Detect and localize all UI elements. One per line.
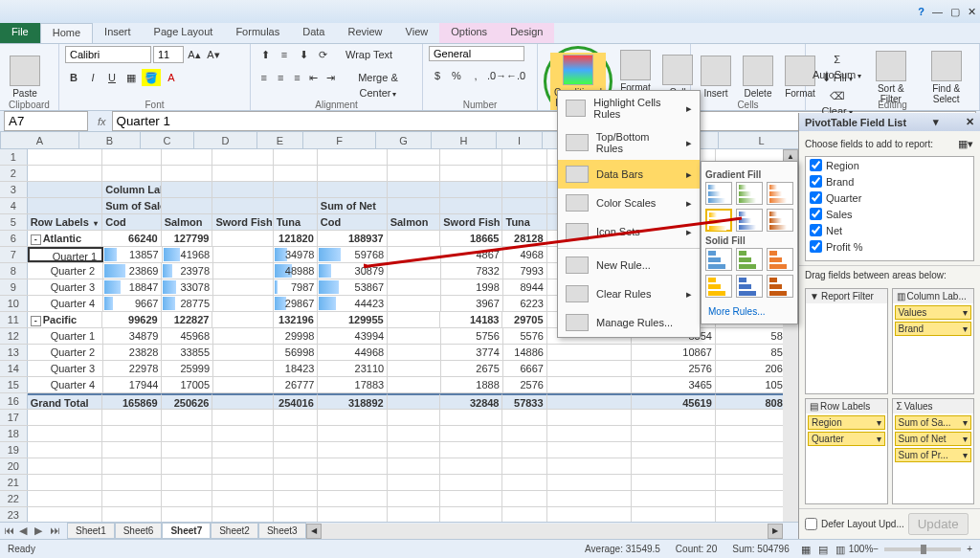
scroll-right-button[interactable]: ▶: [768, 524, 783, 539]
cell[interactable]: [28, 149, 103, 165]
cell[interactable]: [28, 182, 103, 197]
merge-center-button[interactable]: Merge & Center: [340, 69, 416, 86]
cell[interactable]: [502, 166, 546, 181]
cell[interactable]: 28128: [502, 231, 546, 246]
row-header[interactable]: 12: [0, 328, 28, 344]
cell[interactable]: [388, 345, 441, 360]
font-color-button[interactable]: A: [163, 69, 180, 86]
cell[interactable]: 4968: [503, 247, 547, 262]
row-header[interactable]: 6: [0, 231, 28, 246]
cell[interactable]: [502, 458, 546, 474]
cell[interactable]: [502, 442, 546, 458]
cell[interactable]: [388, 149, 441, 165]
insert-cells-button[interactable]: Insert: [697, 54, 735, 100]
cell[interactable]: [212, 410, 273, 425]
cell[interactable]: [388, 166, 441, 181]
cell[interactable]: 129955: [318, 312, 388, 327]
row-header[interactable]: 22: [0, 491, 28, 506]
cf-menu-item[interactable]: Data Bars▸: [558, 160, 700, 189]
cell[interactable]: [547, 393, 632, 409]
cell[interactable]: [102, 458, 161, 474]
sheet-nav-last[interactable]: ⏭: [50, 525, 63, 538]
cell[interactable]: [212, 182, 273, 197]
sheet-nav-prev[interactable]: ◀: [19, 525, 33, 538]
field-list-layout-button[interactable]: ▦▾: [957, 135, 974, 152]
cell[interactable]: Quarter 4: [28, 377, 103, 392]
cell[interactable]: 14183: [440, 312, 502, 327]
cell[interactable]: [502, 426, 546, 441]
cell[interactable]: 7993: [503, 263, 547, 279]
row-header[interactable]: 13: [0, 345, 28, 360]
cell[interactable]: 23828: [103, 345, 162, 360]
cell[interactable]: [388, 475, 441, 490]
field-list-field[interactable]: Brand: [806, 173, 973, 190]
field-list-close-icon[interactable]: ✕: [966, 116, 974, 128]
cell[interactable]: [547, 475, 632, 490]
cell[interactable]: [212, 166, 273, 181]
cell[interactable]: [388, 361, 441, 376]
grow-font-button[interactable]: A▴: [186, 46, 203, 63]
cell[interactable]: [212, 198, 273, 213]
cell[interactable]: 33855: [162, 345, 213, 360]
cell[interactable]: [212, 231, 273, 246]
cell[interactable]: 2576: [632, 361, 716, 376]
cell[interactable]: [274, 458, 318, 474]
cell[interactable]: [388, 247, 441, 262]
cell[interactable]: [502, 149, 546, 165]
cf-menu-item[interactable]: Clear Rules▸: [558, 279, 700, 308]
cell[interactable]: [547, 377, 632, 392]
col-header-C[interactable]: C: [141, 132, 194, 148]
cell[interactable]: 3465: [632, 377, 716, 392]
cell[interactable]: 32848: [440, 393, 502, 409]
view-normal-button[interactable]: ▦: [797, 541, 814, 558]
cell[interactable]: 45968: [162, 328, 213, 344]
zoom-slider[interactable]: [884, 547, 961, 551]
col-header-A[interactable]: A: [1, 132, 79, 148]
cf-menu-item[interactable]: Highlight Cells Rules▸: [558, 91, 700, 125]
cell[interactable]: [102, 410, 161, 425]
cf-menu-item[interactable]: Top/Bottom Rules▸: [558, 125, 700, 160]
cell[interactable]: Quarter 3: [28, 279, 103, 295]
cell[interactable]: 23978: [162, 263, 213, 279]
cell[interactable]: 7987: [274, 279, 318, 295]
data-bar-swatch[interactable]: [705, 209, 732, 232]
cell[interactable]: Sword Fish: [212, 214, 273, 230]
sheet-tab[interactable]: Sheet2: [211, 523, 258, 539]
cell[interactable]: Column Labels: [102, 182, 161, 197]
cell[interactable]: [162, 182, 213, 197]
cell[interactable]: [212, 475, 273, 490]
percent-button[interactable]: %: [448, 67, 465, 84]
orientation-button[interactable]: ⟳: [314, 46, 331, 63]
cell[interactable]: [102, 507, 161, 522]
cell[interactable]: 59768: [318, 247, 388, 262]
cell[interactable]: [388, 328, 441, 344]
cell[interactable]: 41968: [163, 247, 214, 262]
row-header[interactable]: 1: [0, 149, 28, 165]
cell[interactable]: Salmon: [162, 214, 213, 230]
cell[interactable]: 44968: [318, 345, 388, 360]
data-bar-swatch[interactable]: [736, 275, 763, 298]
cell[interactable]: 29998: [274, 328, 318, 344]
cell[interactable]: 14886: [503, 345, 547, 360]
col-header-G[interactable]: G: [376, 132, 432, 148]
row-header[interactable]: 9: [0, 279, 28, 295]
cell[interactable]: 18423: [274, 361, 318, 376]
report-filter-area[interactable]: ▼Report Filter: [805, 288, 888, 394]
data-bar-swatch[interactable]: [767, 209, 793, 232]
wrap-text-button[interactable]: Wrap Text: [341, 46, 397, 63]
cell[interactable]: [162, 149, 213, 165]
view-pagebreak-button[interactable]: ▥: [832, 541, 849, 558]
cell[interactable]: [547, 458, 632, 474]
data-bar-swatch[interactable]: [736, 182, 763, 205]
cell[interactable]: 4867: [441, 247, 503, 262]
cell[interactable]: [440, 442, 502, 458]
horizontal-scrollbar[interactable]: ◀ ▶: [306, 524, 783, 539]
cell[interactable]: [213, 377, 274, 392]
underline-button[interactable]: U: [103, 69, 121, 86]
cell[interactable]: Sword Fish: [440, 214, 502, 230]
row-header[interactable]: 20: [0, 458, 28, 474]
cell[interactable]: [440, 426, 502, 441]
cell[interactable]: 56998: [274, 345, 318, 360]
cell[interactable]: [162, 166, 213, 181]
cell[interactable]: [547, 426, 632, 441]
